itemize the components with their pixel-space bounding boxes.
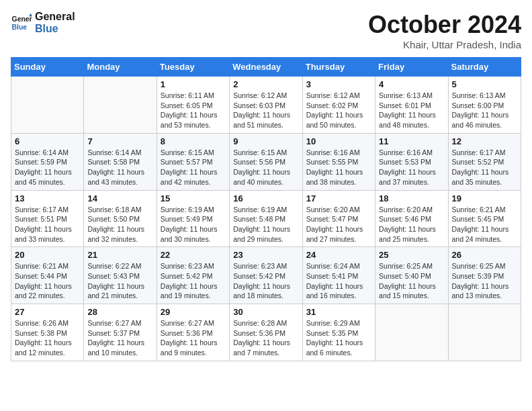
day-info: Sunrise: 6:14 AM Sunset: 5:59 PM Dayligh… <box>15 148 80 187</box>
day-number: 18 <box>379 193 444 203</box>
location: Khair, Uttar Pradesh, India <box>368 39 521 50</box>
day-info: Sunrise: 6:12 AM Sunset: 6:02 PM Dayligh… <box>306 91 371 130</box>
weekday-header: Wednesday <box>230 58 302 77</box>
day-info: Sunrise: 6:21 AM Sunset: 5:45 PM Dayligh… <box>452 205 517 244</box>
calendar-cell: 19Sunrise: 6:21 AM Sunset: 5:45 PM Dayli… <box>448 190 521 247</box>
day-number: 17 <box>306 193 371 203</box>
day-info: Sunrise: 6:17 AM Sunset: 5:51 PM Dayligh… <box>15 205 80 244</box>
day-info: Sunrise: 6:29 AM Sunset: 5:35 PM Dayligh… <box>306 318 371 358</box>
day-info: Sunrise: 6:15 AM Sunset: 5:56 PM Dayligh… <box>233 148 298 187</box>
calendar-cell: 30Sunrise: 6:28 AM Sunset: 5:36 PM Dayli… <box>230 304 302 361</box>
day-number: 13 <box>15 193 80 203</box>
calendar-cell: 7Sunrise: 6:14 AM Sunset: 5:58 PM Daylig… <box>84 133 157 190</box>
day-info: Sunrise: 6:11 AM Sunset: 6:05 PM Dayligh… <box>161 91 226 130</box>
day-number: 29 <box>161 307 226 317</box>
day-info: Sunrise: 6:19 AM Sunset: 5:49 PM Dayligh… <box>161 205 226 244</box>
day-info: Sunrise: 6:25 AM Sunset: 5:39 PM Dayligh… <box>452 261 517 301</box>
day-info: Sunrise: 6:16 AM Sunset: 5:55 PM Dayligh… <box>306 148 371 187</box>
day-number: 11 <box>379 136 444 146</box>
calendar-cell <box>84 77 157 134</box>
day-info: Sunrise: 6:17 AM Sunset: 5:52 PM Dayligh… <box>452 148 517 187</box>
logo-icon: General Blue <box>11 12 32 34</box>
day-info: Sunrise: 6:28 AM Sunset: 5:36 PM Dayligh… <box>233 318 298 358</box>
calendar-cell <box>375 304 448 361</box>
calendar-cell: 21Sunrise: 6:22 AM Sunset: 5:43 PM Dayli… <box>84 247 157 304</box>
calendar-cell: 11Sunrise: 6:16 AM Sunset: 5:53 PM Dayli… <box>375 133 448 190</box>
day-number: 19 <box>452 193 517 203</box>
title-area: October 2024 Khair, Uttar Pradesh, India <box>368 11 521 50</box>
day-info: Sunrise: 6:15 AM Sunset: 5:57 PM Dayligh… <box>161 148 226 187</box>
calendar-cell: 10Sunrise: 6:16 AM Sunset: 5:55 PM Dayli… <box>302 133 375 190</box>
calendar-table: SundayMondayTuesdayWednesdayThursdayFrid… <box>11 57 521 361</box>
day-info: Sunrise: 6:13 AM Sunset: 6:01 PM Dayligh… <box>379 91 444 130</box>
calendar-cell: 23Sunrise: 6:23 AM Sunset: 5:42 PM Dayli… <box>230 247 302 304</box>
day-number: 9 <box>233 136 298 146</box>
day-number: 28 <box>87 307 152 317</box>
calendar-cell: 3Sunrise: 6:12 AM Sunset: 6:02 PM Daylig… <box>302 77 375 134</box>
calendar-cell: 24Sunrise: 6:24 AM Sunset: 5:41 PM Dayli… <box>302 247 375 304</box>
day-info: Sunrise: 6:27 AM Sunset: 5:36 PM Dayligh… <box>161 318 226 358</box>
day-number: 4 <box>379 79 444 89</box>
day-info: Sunrise: 6:22 AM Sunset: 5:43 PM Dayligh… <box>87 261 152 301</box>
day-info: Sunrise: 6:24 AM Sunset: 5:41 PM Dayligh… <box>306 261 371 301</box>
day-number: 14 <box>87 193 152 203</box>
logo: General Blue General Blue <box>11 11 75 34</box>
day-number: 27 <box>15 307 80 317</box>
day-number: 3 <box>306 79 371 89</box>
calendar-cell: 22Sunrise: 6:23 AM Sunset: 5:42 PM Dayli… <box>157 247 229 304</box>
month-title: October 2024 <box>368 11 521 39</box>
calendar-cell: 28Sunrise: 6:27 AM Sunset: 5:37 PM Dayli… <box>84 304 157 361</box>
day-info: Sunrise: 6:16 AM Sunset: 5:53 PM Dayligh… <box>379 148 444 187</box>
day-info: Sunrise: 6:14 AM Sunset: 5:58 PM Dayligh… <box>87 148 152 187</box>
day-number: 1 <box>161 79 226 89</box>
calendar-cell: 31Sunrise: 6:29 AM Sunset: 5:35 PM Dayli… <box>302 304 375 361</box>
day-info: Sunrise: 6:20 AM Sunset: 5:46 PM Dayligh… <box>379 205 444 244</box>
calendar-cell: 26Sunrise: 6:25 AM Sunset: 5:39 PM Dayli… <box>448 247 521 304</box>
calendar-cell: 20Sunrise: 6:21 AM Sunset: 5:44 PM Dayli… <box>11 247 84 304</box>
calendar-cell <box>11 77 84 134</box>
logo-general: General <box>35 11 75 23</box>
day-number: 21 <box>87 250 152 260</box>
calendar-cell: 12Sunrise: 6:17 AM Sunset: 5:52 PM Dayli… <box>448 133 521 190</box>
day-info: Sunrise: 6:19 AM Sunset: 5:48 PM Dayligh… <box>233 205 298 244</box>
day-info: Sunrise: 6:27 AM Sunset: 5:37 PM Dayligh… <box>87 318 152 358</box>
day-number: 31 <box>306 307 371 317</box>
day-info: Sunrise: 6:23 AM Sunset: 5:42 PM Dayligh… <box>161 261 226 301</box>
day-number: 10 <box>306 136 371 146</box>
calendar-cell: 6Sunrise: 6:14 AM Sunset: 5:59 PM Daylig… <box>11 133 84 190</box>
day-info: Sunrise: 6:20 AM Sunset: 5:47 PM Dayligh… <box>306 205 371 244</box>
calendar-cell: 1Sunrise: 6:11 AM Sunset: 6:05 PM Daylig… <box>157 77 229 134</box>
weekday-header: Monday <box>84 58 157 77</box>
day-info: Sunrise: 6:25 AM Sunset: 5:40 PM Dayligh… <box>379 261 444 301</box>
calendar-cell <box>448 304 521 361</box>
day-info: Sunrise: 6:23 AM Sunset: 5:42 PM Dayligh… <box>233 261 298 301</box>
day-number: 30 <box>233 307 298 317</box>
calendar-cell: 8Sunrise: 6:15 AM Sunset: 5:57 PM Daylig… <box>157 133 229 190</box>
calendar-cell: 13Sunrise: 6:17 AM Sunset: 5:51 PM Dayli… <box>11 190 84 247</box>
calendar-cell: 17Sunrise: 6:20 AM Sunset: 5:47 PM Dayli… <box>302 190 375 247</box>
day-number: 8 <box>161 136 226 146</box>
day-number: 5 <box>452 79 517 89</box>
day-info: Sunrise: 6:18 AM Sunset: 5:50 PM Dayligh… <box>87 205 152 244</box>
day-info: Sunrise: 6:26 AM Sunset: 5:38 PM Dayligh… <box>15 318 80 358</box>
weekday-header: Sunday <box>11 58 84 77</box>
weekday-header: Tuesday <box>157 58 229 77</box>
calendar-cell: 16Sunrise: 6:19 AM Sunset: 5:48 PM Dayli… <box>230 190 302 247</box>
day-number: 20 <box>15 250 80 260</box>
day-info: Sunrise: 6:12 AM Sunset: 6:03 PM Dayligh… <box>233 91 298 130</box>
svg-marker-2 <box>29 13 32 16</box>
day-number: 24 <box>306 250 371 260</box>
day-number: 25 <box>379 250 444 260</box>
svg-text:General: General <box>12 15 32 23</box>
calendar-cell: 5Sunrise: 6:13 AM Sunset: 6:00 PM Daylig… <box>448 77 521 134</box>
calendar-cell: 18Sunrise: 6:20 AM Sunset: 5:46 PM Dayli… <box>375 190 448 247</box>
calendar-cell: 25Sunrise: 6:25 AM Sunset: 5:40 PM Dayli… <box>375 247 448 304</box>
day-number: 26 <box>452 250 517 260</box>
logo-blue: Blue <box>35 23 75 35</box>
page-header: General Blue General Blue October 2024 K… <box>11 11 521 50</box>
weekday-header: Saturday <box>448 58 521 77</box>
day-number: 7 <box>87 136 152 146</box>
day-number: 15 <box>161 193 226 203</box>
svg-text:Blue: Blue <box>12 23 28 30</box>
calendar-cell: 14Sunrise: 6:18 AM Sunset: 5:50 PM Dayli… <box>84 190 157 247</box>
